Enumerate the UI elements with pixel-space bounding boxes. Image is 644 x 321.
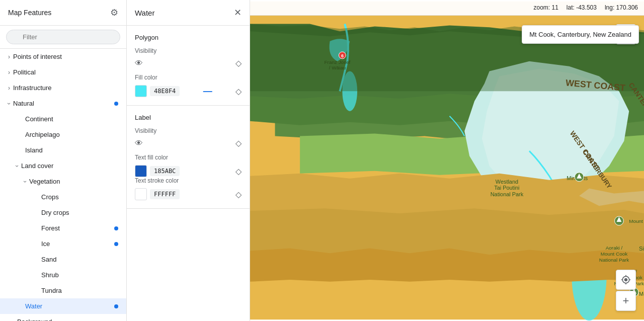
fill-color-row: 48E8F4 — ◇ — [135, 85, 242, 97]
svg-text:Tai Poutini: Tai Poutini — [494, 185, 519, 191]
sidebar-item-label: Water — [25, 302, 114, 310]
svg-text:Mount Sibbald: Mount Sibbald — [629, 218, 644, 224]
sidebar-item-label: Background — [17, 318, 118, 321]
sidebar-item-label: Continent — [25, 115, 118, 123]
sidebar-item-label: Points of interest — [13, 53, 118, 60]
chevron-icon: › — [22, 181, 29, 183]
text-stroke-color-row: FFFFFF ◇ — [135, 188, 242, 200]
lat-value: -43.503 — [576, 4, 597, 11]
filter-wrap: ☰ — [6, 30, 120, 44]
label-visibility-diamond-icon[interactable]: ◇ — [235, 138, 242, 148]
sidebar-item-label: Crops — [41, 193, 118, 201]
feature-panel: Water ✕ Polygon Visibility 👁 ◇ Fill colo… — [127, 0, 250, 321]
svg-text:Franz Josef: Franz Josef — [325, 59, 351, 65]
active-dot — [114, 304, 118, 308]
svg-text:Westland: Westland — [496, 179, 518, 185]
text-stroke-color-value[interactable]: FFFFFF — [150, 189, 180, 199]
label-section: Label Visibility 👁 ◇ Text fill color 185… — [127, 106, 250, 209]
fill-color-minus-icon[interactable]: — — [203, 86, 212, 97]
sidebar-item-background[interactable]: Background — [0, 314, 126, 321]
svg-text:6: 6 — [341, 53, 344, 58]
sidebar-item-forest[interactable]: Forest — [0, 220, 126, 236]
sidebar-item-water[interactable]: Water — [0, 298, 126, 314]
sidebar-header: Map Features ⚙ — [0, 0, 126, 26]
location-button[interactable] — [616, 270, 636, 290]
text-fill-diamond-icon[interactable]: ◇ — [235, 167, 242, 176]
text-fill-color-row: 185ABC ◇ — [135, 165, 242, 177]
label-section-title: Label — [135, 114, 242, 121]
text-stroke-color-swatch-group: FFFFFF — [135, 188, 180, 200]
sidebar-item-sand[interactable]: Sand — [0, 252, 126, 267]
sidebar-item-vegetation[interactable]: ›Vegetation — [0, 174, 126, 189]
sidebar-item-land-cover[interactable]: ›Land cover — [0, 158, 126, 174]
text-stroke-diamond-icon[interactable]: ◇ — [235, 190, 242, 199]
map-controls: + — [616, 270, 636, 311]
active-dot — [114, 242, 118, 246]
sidebar-item-label: Archipelago — [25, 131, 118, 138]
sidebar-item-natural[interactable]: ›Natural — [0, 96, 126, 111]
svg-text:National Park: National Park — [599, 257, 629, 263]
gear-icon[interactable]: ⚙ — [110, 7, 118, 18]
zoom-in-button[interactable]: + — [616, 291, 636, 311]
sidebar-item-label: Political — [13, 68, 118, 76]
filter-input[interactable] — [6, 30, 120, 44]
fill-color-value[interactable]: 48E8F4 — [150, 86, 180, 96]
text-stroke-color-label: Text stroke color — [135, 177, 242, 184]
sidebar-item-label: Infrastructure — [13, 84, 118, 92]
polygon-section-title: Polygon — [135, 34, 242, 41]
svg-text:Sibbald: Sibbald — [639, 246, 644, 252]
map-header: zoom: 11 lat: -43.503 lng: 170.306 — [250, 0, 644, 16]
svg-text:Mount Cook: Mount Cook — [601, 251, 627, 257]
label-visibility-eye-icon[interactable]: 👁 — [135, 139, 143, 148]
sidebar-item-political[interactable]: ›Political — [0, 64, 126, 80]
sidebar-item-label: Forest — [41, 224, 114, 232]
chevron-icon: › — [8, 53, 10, 60]
lat-label: lat: — [567, 4, 575, 11]
panel-header: Water ✕ — [127, 0, 250, 26]
sidebar-item-label: Ice — [41, 240, 114, 248]
fill-color-diamond-icon[interactable]: ◇ — [235, 87, 242, 96]
sidebar-item-tundra[interactable]: Tundra — [0, 283, 126, 298]
sidebar-item-label: Natural — [13, 100, 114, 107]
close-icon[interactable]: ✕ — [234, 7, 242, 18]
svg-text:Aoraki /: Aoraki / — [606, 245, 623, 251]
sidebar-item-label: Island — [25, 146, 118, 154]
sidebar-item-dry-crops[interactable]: Dry crops — [0, 205, 126, 220]
sidebar-item-continent[interactable]: Continent — [0, 111, 126, 127]
fill-color-swatch-group: 48E8F4 — [135, 85, 180, 97]
map-area: zoom: 11 lat: -43.503 lng: 170.306 — [250, 0, 644, 321]
sidebar-item-ice[interactable]: Ice — [0, 236, 126, 252]
fill-color-swatch[interactable] — [135, 85, 147, 97]
active-dot — [114, 226, 118, 230]
svg-text:/ Wāiau: / Wāiau — [329, 65, 346, 70]
location-tooltip: Mt Cook, Canterbury, New Zealand — [522, 25, 639, 44]
chevron-icon: › — [14, 165, 21, 167]
polygon-section: Polygon Visibility 👁 ◇ Fill color 48E8F4… — [127, 26, 250, 106]
text-stroke-color-swatch[interactable] — [135, 188, 147, 200]
filter-bar: ☰ — [0, 26, 126, 49]
svg-text:Mount Hutton: Mount Hutton — [639, 291, 644, 297]
panel-title: Water — [135, 9, 154, 17]
sidebar-item-archipelago[interactable]: Archipelago — [0, 127, 126, 142]
lng-value: 170.306 — [616, 4, 638, 11]
sidebar-item-points-of-interest[interactable]: ›Points of interest — [0, 49, 126, 64]
map-lng-stat: lng: 170.306 — [605, 4, 638, 11]
sidebar-item-crops[interactable]: Crops — [0, 189, 126, 205]
polygon-visibility-eye-icon[interactable]: 👁 — [135, 59, 143, 68]
sidebar-item-infrastructure[interactable]: ›Infrastructure — [0, 80, 126, 96]
sidebar-item-label: Sand — [41, 256, 118, 263]
sidebar-item-shrub[interactable]: Shrub — [0, 267, 126, 283]
sidebar-item-island[interactable]: Island — [0, 142, 126, 158]
text-fill-color-swatch-group: 185ABC — [135, 165, 180, 177]
sidebar-item-label: Vegetation — [29, 178, 118, 185]
text-fill-color-value[interactable]: 185ABC — [150, 166, 180, 176]
chevron-icon: › — [6, 103, 13, 105]
chevron-icon: › — [8, 69, 10, 76]
text-fill-color-swatch[interactable] — [135, 165, 147, 177]
chevron-icon: › — [8, 85, 10, 92]
map-svg[interactable]: WEST COAST WEST COAST CANTERBURY WEST CO… — [250, 0, 644, 321]
sidebar: Map Features ⚙ ☰ ›Points of interest›Pol… — [0, 0, 127, 321]
zoom-label: zoom: — [533, 4, 550, 11]
zoom-value: 11 — [551, 4, 558, 11]
polygon-visibility-diamond-icon[interactable]: ◇ — [235, 58, 242, 68]
